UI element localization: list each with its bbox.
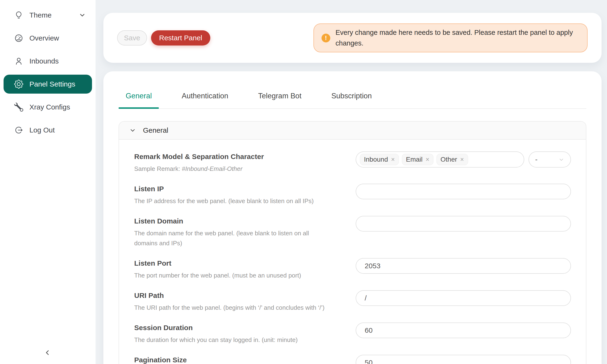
listen-ip-label: Listen IP <box>134 184 341 194</box>
form-row-pagination-size: Pagination Size <box>134 355 570 364</box>
sidebar-item-log-out[interactable]: Log Out <box>3 121 92 140</box>
form-row-listen-domain: Listen Domain The domain name for the we… <box>134 216 570 248</box>
save-button[interactable]: Save <box>117 30 147 46</box>
sidebar-nav: Theme Overview <box>0 0 95 140</box>
sidebar-item-label: Theme <box>29 11 52 19</box>
sidebar: Theme Overview <box>0 0 95 364</box>
form-row-listen-port: Listen Port The port number for the web … <box>134 258 570 280</box>
chevron-down-icon <box>558 157 564 163</box>
tag-email: Email × <box>402 154 434 165</box>
listen-domain-label: Listen Domain <box>134 216 341 226</box>
session-duration-input[interactable] <box>356 323 571 338</box>
sidebar-item-label: Xray Configs <box>29 103 70 111</box>
remove-tag-icon[interactable]: × <box>460 156 464 163</box>
gauge-icon <box>14 34 23 43</box>
exclamation-circle-icon: ! <box>321 34 330 42</box>
listen-port-label: Listen Port <box>134 258 341 269</box>
remark-model-sample: Sample Remark: #Inbound-Email-Other <box>134 164 341 174</box>
lightbulb-icon <box>14 11 23 20</box>
sidebar-item-label: Log Out <box>29 126 55 134</box>
sidebar-item-label: Overview <box>29 34 59 42</box>
chevron-left-icon <box>43 348 52 357</box>
general-form: Remark Model & Separation Character Samp… <box>119 140 586 364</box>
form-row-remark-model: Remark Model & Separation Character Samp… <box>134 151 570 174</box>
sidebar-item-label: Panel Settings <box>29 80 75 88</box>
uri-path-input[interactable] <box>356 290 571 306</box>
chevron-down-icon <box>79 12 86 19</box>
sidebar-item-overview[interactable]: Overview <box>3 29 92 48</box>
form-row-listen-ip: Listen IP The IP address for the web pan… <box>134 184 570 206</box>
tab-subscription[interactable]: Subscription <box>324 92 379 108</box>
sidebar-item-xray-configs[interactable]: Xray Configs <box>3 98 92 117</box>
pagination-size-label: Pagination Size <box>134 355 341 364</box>
sidebar-collapse-button[interactable] <box>41 347 53 359</box>
logout-icon <box>14 126 23 135</box>
tab-general[interactable]: General <box>119 92 159 108</box>
uri-path-description: The URI path for the web panel. (begins … <box>134 303 341 312</box>
uri-path-label: URI Path <box>134 290 341 301</box>
gear-icon <box>14 80 23 89</box>
general-collapse-header[interactable]: General <box>119 122 586 140</box>
sidebar-item-label: Inbounds <box>29 57 59 65</box>
remove-tag-icon[interactable]: × <box>426 156 429 163</box>
tag-other: Other × <box>436 154 468 165</box>
sidebar-item-inbounds[interactable]: Inbounds <box>3 52 92 71</box>
actions-card: Save Restart Panel ! Every change made h… <box>103 13 602 63</box>
listen-port-description: The port number for the web panel. (must… <box>134 270 341 280</box>
pagination-size-input[interactable] <box>356 355 571 364</box>
tab-telegram-bot[interactable]: Telegram Bot <box>251 92 309 108</box>
listen-domain-input[interactable] <box>356 216 571 232</box>
sidebar-item-panel-settings[interactable]: Panel Settings <box>3 75 92 94</box>
remove-tag-icon[interactable]: × <box>391 156 395 163</box>
listen-ip-input[interactable] <box>356 184 571 199</box>
sidebar-item-theme[interactable]: Theme <box>3 6 92 25</box>
user-icon <box>14 57 23 66</box>
restart-warning-alert: ! Every change made here needs to be sav… <box>314 24 588 52</box>
alert-message: Every change made here needs to be saved… <box>335 27 580 49</box>
tag-inbound: Inbound × <box>360 154 399 165</box>
listen-port-input[interactable] <box>356 258 571 274</box>
form-row-uri-path: URI Path The URI path for the web panel.… <box>134 290 570 312</box>
remark-model-tags-select[interactable]: Inbound × Email × Other × <box>356 151 524 168</box>
separation-character-select[interactable]: - <box>528 151 571 168</box>
listen-ip-description: The IP address for the web panel. (leave… <box>134 196 341 206</box>
listen-domain-description: The domain name for the web panel. (leav… <box>134 228 333 248</box>
restart-panel-button[interactable]: Restart Panel <box>151 30 210 46</box>
form-row-session-duration: Session Duration The duration for which … <box>134 323 570 345</box>
general-collapse-panel: General Remark Model & Separation Charac… <box>119 121 586 364</box>
remark-model-label: Remark Model & Separation Character <box>134 151 341 162</box>
wrench-icon <box>14 103 23 112</box>
general-collapse-title: General <box>143 126 168 134</box>
settings-card: General Authentication Telegram Bot Subs… <box>103 71 602 364</box>
separation-character-value: - <box>535 156 538 164</box>
session-duration-label: Session Duration <box>134 323 341 333</box>
sample-remark-value: #Inbound-Email-Other <box>182 165 243 172</box>
tab-authentication[interactable]: Authentication <box>174 92 235 108</box>
chevron-down-icon <box>130 127 136 134</box>
settings-tabs: General Authentication Telegram Bot Subs… <box>119 71 586 109</box>
session-duration-description: The duration for which you can stay logg… <box>134 335 341 345</box>
